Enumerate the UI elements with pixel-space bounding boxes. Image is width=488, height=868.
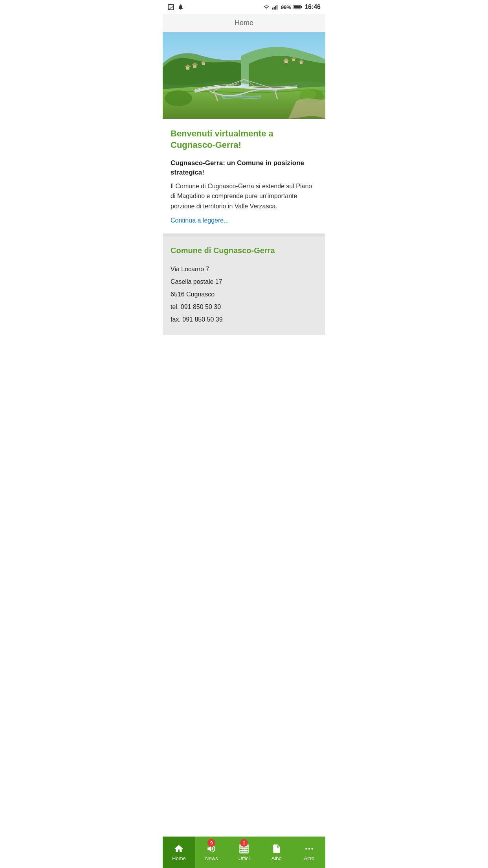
notification-icon (178, 4, 184, 11)
fax-number: fax. 091 850 50 39 (171, 313, 317, 326)
svg-rect-16 (284, 61, 288, 63)
info-section: Comune di Cugnasco-Gerra Via Locarno 7 C… (163, 237, 325, 335)
svg-rect-14 (202, 63, 205, 65)
hero-image-inner (163, 32, 325, 119)
svg-rect-20 (300, 62, 303, 64)
address-line-1: Via Locarno 7 (171, 263, 317, 276)
svg-point-1 (169, 6, 170, 6)
hero-image (163, 32, 325, 119)
bottom-spacer (163, 335, 325, 367)
svg-rect-8 (294, 6, 301, 8)
section-divider (163, 234, 325, 237)
battery-icon (294, 5, 302, 9)
address-line-2: Casella postale 17 (171, 276, 317, 288)
svg-rect-5 (277, 5, 277, 9)
address-block: Via Locarno 7 Casella postale 17 6516 Cu… (171, 263, 317, 326)
status-right-info: 99% 16:46 (263, 4, 321, 11)
welcome-title: Benvenuti virtualmente a Cugnasco-Gerra! (171, 128, 317, 151)
hero-landscape-svg (163, 32, 325, 119)
phone-number: tel. 091 850 50 30 (171, 301, 317, 313)
status-bar: 99% 16:46 (163, 0, 325, 14)
battery-percentage: 99% (281, 4, 291, 10)
info-title: Comune di Cugnasco-Gerra (171, 246, 317, 255)
top-bar: Home (163, 14, 325, 32)
address-line-3: 6516 Cugnasco (171, 288, 317, 301)
svg-rect-18 (292, 59, 295, 61)
image-icon (167, 4, 174, 11)
wifi-icon (263, 4, 270, 10)
read-more-link[interactable]: Continua a leggere... (171, 217, 229, 224)
content-subtitle: Cugnasco-Gerra: un Comune in posizione s… (171, 158, 317, 177)
status-left-icons (167, 4, 184, 11)
svg-rect-12 (193, 65, 196, 68)
svg-rect-2 (272, 8, 273, 10)
svg-rect-10 (186, 67, 189, 70)
signal-icon (272, 4, 279, 10)
clock: 16:46 (305, 4, 321, 11)
svg-rect-4 (275, 6, 276, 10)
svg-point-22 (165, 90, 192, 106)
content-body: Il Comune di Cugnasco-Gerra si estende s… (171, 181, 317, 211)
content-area: Benvenuti virtualmente a Cugnasco-Gerra!… (163, 119, 325, 234)
svg-rect-7 (301, 6, 302, 8)
page-title: Home (163, 19, 325, 27)
svg-rect-3 (274, 7, 275, 9)
